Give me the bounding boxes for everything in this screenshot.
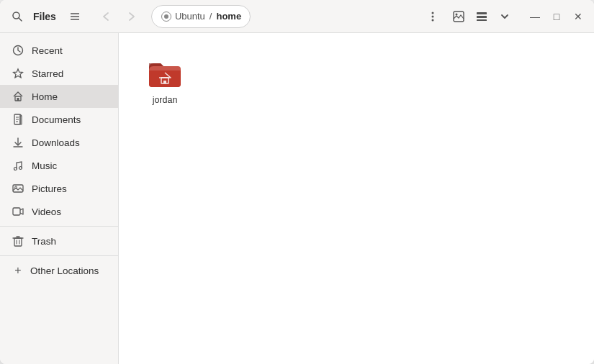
nav-buttons — [95, 5, 143, 28]
star-icon — [12, 67, 24, 80]
sidebar-item-starred[interactable]: Starred — [0, 62, 118, 85]
breadcrumb-ubuntu: Ubuntu — [175, 11, 205, 22]
sidebar-label-videos: Videos — [32, 206, 61, 217]
svg-rect-29 — [13, 208, 20, 215]
image-preview-button[interactable] — [447, 5, 470, 28]
clock-icon — [12, 44, 24, 57]
breadcrumb[interactable]: Ubuntu / home — [151, 5, 251, 28]
hamburger-button[interactable] — [63, 5, 86, 28]
svg-rect-35 — [163, 81, 166, 83]
sidebar-item-trash[interactable]: Trash — [0, 229, 118, 252]
svg-rect-20 — [20, 116, 22, 124]
breadcrumb-separator: / — [210, 11, 212, 22]
plus-icon: + — [12, 264, 24, 277]
close-button[interactable]: ✕ — [568, 6, 588, 27]
sidebar-label-pictures: Pictures — [32, 183, 67, 194]
sidebar-label-documents: Documents — [32, 114, 81, 125]
window-controls: — □ ✕ — [525, 6, 588, 27]
minimize-button[interactable]: — — [525, 6, 545, 27]
svg-point-6 — [164, 14, 168, 19]
videos-icon — [12, 205, 24, 218]
sidebar-item-home[interactable]: Home — [0, 85, 118, 108]
sidebar-label-recent: Recent — [32, 45, 63, 56]
svg-rect-30 — [14, 238, 22, 246]
sidebar-divider-2 — [0, 255, 118, 256]
more-options-button[interactable] — [421, 5, 444, 28]
sidebar-label-music: Music — [32, 160, 57, 171]
sidebar-item-music[interactable]: Music — [0, 154, 118, 177]
titlebar: Files — [0, 0, 594, 33]
sidebar-label-downloads: Downloads — [32, 137, 80, 148]
folder-icon — [146, 56, 184, 91]
svg-marker-16 — [14, 69, 23, 78]
content-area: Recent Starred Home — [0, 33, 594, 364]
sidebar-label-home: Home — [32, 91, 58, 102]
search-button[interactable] — [6, 5, 29, 28]
sidebar-item-downloads[interactable]: Downloads — [0, 131, 118, 154]
sort-dropdown-button[interactable] — [493, 5, 516, 28]
file-area: jordan — [119, 33, 594, 364]
file-name: jordan — [153, 95, 178, 105]
svg-point-9 — [432, 19, 434, 21]
trash-icon — [12, 235, 24, 247]
breadcrumb-current: home — [216, 11, 241, 22]
main-window: Files — [0, 0, 594, 364]
sidebar-item-other-locations[interactable]: + Other Locations — [0, 259, 118, 282]
svg-rect-12 — [477, 12, 487, 14]
documents-icon — [12, 113, 24, 126]
home-icon — [12, 90, 24, 103]
sidebar-item-documents[interactable]: Documents — [0, 108, 118, 131]
sidebar-divider — [0, 226, 118, 227]
svg-rect-14 — [477, 19, 487, 21]
sidebar-item-pictures[interactable]: Pictures — [0, 177, 118, 200]
sidebar-label-trash: Trash — [32, 236, 56, 247]
sidebar-item-videos[interactable]: Videos — [0, 200, 118, 223]
svg-point-11 — [456, 13, 458, 15]
svg-point-7 — [432, 12, 434, 14]
svg-rect-18 — [17, 98, 19, 101]
breadcrumb-bar: Ubuntu / home — [151, 5, 411, 28]
view-buttons — [447, 5, 516, 28]
os-icon — [161, 11, 172, 22]
maximize-button[interactable]: □ — [546, 6, 567, 27]
svg-rect-13 — [477, 16, 487, 18]
titlebar-left: Files — [6, 5, 86, 28]
list-item[interactable]: jordan — [136, 50, 194, 111]
forward-button[interactable] — [120, 5, 143, 28]
sidebar: Recent Starred Home — [0, 33, 119, 364]
music-icon — [12, 159, 24, 172]
sidebar-item-recent[interactable]: Recent — [0, 39, 118, 62]
app-title: Files — [33, 11, 56, 22]
svg-rect-27 — [13, 185, 23, 192]
pictures-icon — [12, 182, 24, 195]
sidebar-label-other-locations: Other Locations — [30, 265, 99, 276]
back-button[interactable] — [95, 5, 118, 28]
svg-point-8 — [432, 15, 434, 17]
downloads-icon — [12, 136, 24, 149]
sidebar-label-starred: Starred — [32, 68, 63, 79]
view-toggle-button[interactable] — [470, 5, 493, 28]
svg-line-1 — [19, 18, 22, 21]
